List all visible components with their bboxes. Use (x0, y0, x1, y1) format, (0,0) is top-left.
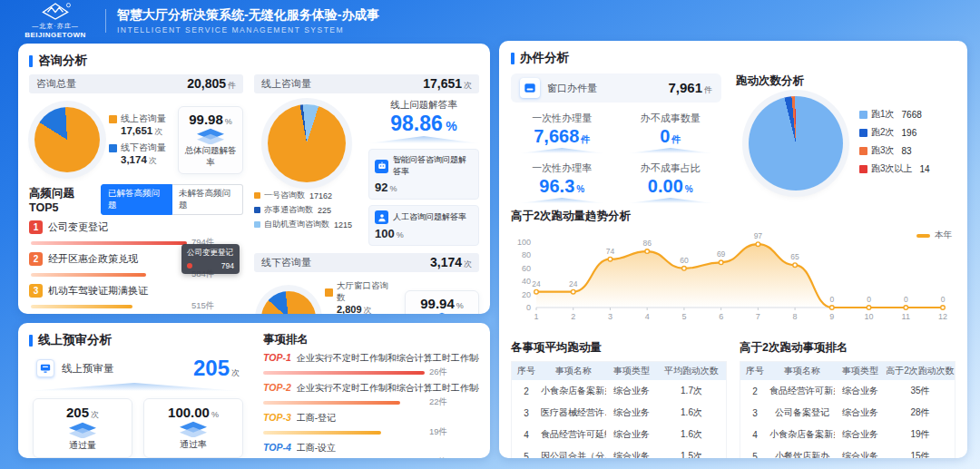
trend-legend[interactable]: 本年 (916, 230, 952, 241)
svg-text:0: 0 (941, 295, 946, 304)
preview-volume-label: 线上预审量 (62, 362, 186, 376)
svg-text:0: 0 (867, 295, 871, 304)
legend-item: 线下咨询量 (109, 142, 169, 154)
window-volume-card: 窗口办件量 7,961件 (511, 73, 721, 103)
table-cell: 1.6次 (657, 406, 726, 419)
table-header-cell: 平均跑动次数 (657, 365, 726, 377)
runs-title: 跑动次数分析 (736, 73, 956, 89)
table-row[interactable]: 5因公司合并（分…综合业务1.5次 (512, 445, 726, 458)
table-cell: 5 (740, 452, 769, 459)
window-icon (520, 78, 540, 98)
table-cell: 公司备案登记 (769, 406, 835, 419)
legend-item: 跑2次196 (859, 126, 930, 139)
logo-cn-text: —北京·亦庄— (32, 22, 78, 31)
table-header-cell: 事项类型 (606, 365, 657, 377)
table-cell: 小餐饮店新办 (769, 450, 835, 458)
consult-total-pie-chart[interactable] (34, 107, 100, 172)
consult-total-header: 咨询总量 20,805件 (29, 74, 243, 93)
bar (31, 273, 146, 277)
ranking-item[interactable]: TOP-3工商-登记 19件 (263, 412, 479, 438)
svg-text:1: 1 (534, 312, 538, 321)
table-row[interactable]: 4小食杂店备案新办综合业务19件 (740, 424, 955, 445)
table-header-cell: 序号 (740, 365, 769, 377)
table-row[interactable]: 2小食杂店备案新办综合业务1.7次 (512, 380, 726, 402)
overall-rate-value: 99.98 (189, 112, 223, 127)
ranking-item[interactable]: TOP-2企业实行不定时工作制和综合计算工时工作制-延续 22件 (263, 382, 479, 408)
ranking-item[interactable]: TOP-4工商-设立 11件 (263, 442, 479, 458)
table-row[interactable]: 2食品经营许可新办综合业务35件 (740, 380, 955, 402)
app-header: —北京·亦庄— BEIJINGETOWN 智慧大厅分析决策系统-无缝化服务体验-… (0, 0, 980, 41)
online-rate-label: 线上问题解答率 (368, 99, 479, 112)
legend-item: 跑3次以上14 (859, 162, 930, 175)
table-cell: 小食杂店备案新办 (541, 385, 606, 397)
legend-swatch-orange (109, 115, 117, 123)
offline-pie-chart[interactable] (261, 291, 316, 315)
panel-consult-analysis: 咨询分析 咨询总量 20,805件 线上咨询量 17,651次 线下咨询量 3,… (18, 44, 490, 314)
stat-fail-count: 办不成事数量 0件 (620, 110, 722, 153)
table-cell: 15件 (886, 450, 955, 458)
diamond-stack-icon (426, 312, 458, 315)
ranking-item[interactable]: TOP-1企业实行不定时工作制和综合计算工时工作制-新办 26件 (263, 352, 479, 378)
rank-badge: 1 (29, 220, 43, 234)
runs-pie-chart[interactable] (749, 96, 843, 191)
table-row[interactable]: 3公司备案登记综合业务28件 (740, 402, 955, 424)
table-header-row: 序号事项名称事项类型平均跑动次数 (512, 362, 726, 380)
bar (263, 431, 381, 435)
logo-gem-icon (40, 2, 71, 21)
legend-item: 亦事通咨询数225 (254, 204, 359, 216)
table-row[interactable]: 4食品经营许可延续综合业务1.6次 (512, 424, 726, 445)
table-cell: 食品经营许可新办 (769, 385, 835, 397)
legend-item: 跑3次83 (859, 144, 930, 157)
svg-text:20: 20 (522, 290, 531, 299)
tab-answered-questions[interactable]: 已解答高频问题 (101, 184, 172, 215)
svg-text:4: 4 (645, 312, 650, 321)
app-logo: —北京·亦庄— BEIJINGETOWN (16, 2, 94, 39)
avg-runs-table[interactable]: 序号事项名称事项类型平均跑动次数2小食杂店备案新办综合业务1.7次3医疗器械经营… (511, 361, 727, 458)
table-cell: 35件 (886, 385, 955, 397)
svg-text:10: 10 (865, 312, 874, 321)
legend-item: 一号咨询数17162 (254, 190, 359, 201)
diamond-stack-icon (194, 128, 227, 144)
avg-runs-table-title: 各事项平均跑动量 (511, 340, 727, 356)
table-row[interactable]: 5小餐饮店新办综合业务15件 (740, 445, 955, 458)
overall-rate-label: 总体问题解答率 (181, 145, 240, 169)
top5-bar-list: 1公司变更登记 794件 2经开区惠企政策兑现 584件 3机动车驾驶证期满换证… (29, 220, 243, 314)
preview-monitor-icon (36, 359, 54, 377)
over2-runs-table[interactable]: 序号事项名称事项类型高于2次跑动次数2食品经营许可新办综合业务35件3公司备案登… (740, 361, 956, 458)
svg-text:24: 24 (569, 279, 578, 288)
consult-total-value: 20,805 (187, 76, 226, 91)
online-pie-chart[interactable] (268, 104, 346, 182)
table-cell: 医疗器械经营许… (541, 406, 606, 419)
trend-chart[interactable]: 本年 0204060801001234567891011122424748660… (511, 228, 956, 333)
table-cell: 综合业务 (606, 406, 657, 419)
trend-line-svg: 0204060801001234567891011122424748660699… (511, 228, 956, 333)
svg-text:11: 11 (902, 312, 910, 321)
top5-item[interactable]: 3机动车驾驶证期满换证 515件 (29, 284, 243, 312)
table-cell: 因公司合并（分… (541, 450, 606, 458)
legend-item: 线上咨询量 (109, 112, 169, 125)
svg-text:86: 86 (642, 239, 652, 248)
table-cell: 4 (740, 430, 769, 440)
offline-rate-card: 99.94% 线下问题解答率 (405, 290, 479, 315)
svg-text:9: 9 (829, 312, 834, 321)
svg-text:80: 80 (522, 250, 531, 259)
svg-text:12: 12 (938, 312, 947, 321)
svg-text:7: 7 (756, 312, 760, 321)
svg-text:97: 97 (754, 231, 763, 240)
stat-fail-ratio: 办不成事占比 0.00% (620, 160, 722, 203)
pass-rate-card: 100.00% 通过率 (143, 398, 243, 458)
svg-text:2: 2 (571, 312, 575, 321)
title-accent-bar (29, 55, 33, 67)
svg-text:0: 0 (829, 295, 834, 304)
manual-qa-rate-box: 人工咨询问题解答率 100% (368, 205, 479, 246)
tab-unanswered-questions[interactable]: 未解答高频问题 (172, 184, 243, 215)
table-cell: 3 (740, 408, 769, 418)
table-cell: 19件 (886, 428, 955, 441)
smart-qa-rate-box: 智能问答咨询问题解答率 92% (368, 149, 479, 200)
header-divider (105, 9, 106, 33)
consult-total-label: 咨询总量 (36, 77, 76, 91)
table-cell: 小食杂店备案新办 (769, 428, 835, 441)
app-title: 智慧大厅分析决策系统-无缝化服务体验-办成事 (117, 7, 379, 24)
table-row[interactable]: 3医疗器械经营许…综合业务1.6次 (512, 402, 726, 424)
top5-title: 高频问题TOP5 (29, 186, 101, 214)
